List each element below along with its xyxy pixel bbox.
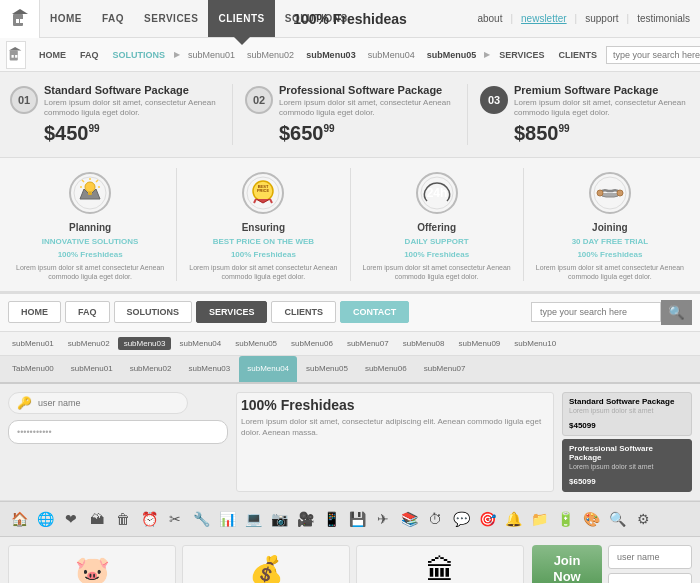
nav2-clients[interactable]: CLIENTS [554, 48, 603, 62]
nav1-testimonials[interactable]: testimonials [637, 13, 690, 24]
subnav3-07[interactable]: subMenu07 [341, 337, 395, 350]
subnav3-06[interactable]: subMenu06 [285, 337, 339, 350]
nav1-about[interactable]: about [477, 13, 502, 24]
icon-mountain[interactable]: 🏔 [86, 508, 108, 530]
tab-sub07[interactable]: subMenu07 [416, 356, 474, 382]
subnav3-08[interactable]: subMenu08 [397, 337, 451, 350]
feature-ensuring: BEST PRICE Ensuring BEST PRICE ON THE WE… [183, 168, 343, 281]
nav3-faq[interactable]: FAQ [65, 301, 110, 323]
feature-title-3: Offering [417, 222, 456, 233]
icon-wrench[interactable]: 🔧 [190, 508, 212, 530]
icon-home[interactable]: 🏠 [8, 508, 30, 530]
nav3-home[interactable]: HOME [8, 301, 61, 323]
subnav3-02[interactable]: subMenu02 [62, 337, 116, 350]
feature-subtitle-3: DAILY SUPPORT [405, 237, 469, 246]
logo-2[interactable] [6, 41, 26, 69]
feature-offering: 24h Offering DAILY SUPPORT 100% Freshide… [357, 168, 517, 281]
icon-book[interactable]: 📚 [398, 508, 420, 530]
feature-title-4: Joining [592, 222, 628, 233]
icon-chart[interactable]: 📊 [216, 508, 238, 530]
icon-laptop[interactable]: 💻 [242, 508, 264, 530]
icon-search[interactable]: 🔍 [606, 508, 628, 530]
nav1-services[interactable]: SERVICES [134, 0, 208, 37]
icon-folder[interactable]: 📁 [528, 508, 550, 530]
nav1-newsletter[interactable]: newsletter [521, 13, 567, 24]
icon-battery[interactable]: 🔋 [554, 508, 576, 530]
key-icon: 🔑 [17, 396, 32, 410]
subnav3-03[interactable]: subMenu03 [118, 337, 172, 350]
nav2-solutions[interactable]: SOLUTIONS [108, 48, 171, 62]
widget-desc: Lorem ipsum dolor sit amet, consectetur … [241, 416, 549, 438]
widget-password-input[interactable] [8, 420, 228, 444]
icon-bell[interactable]: 🔔 [502, 508, 524, 530]
nav2-faq[interactable]: FAQ [75, 48, 104, 62]
nav3-search-button[interactable]: 🔍 [661, 300, 692, 325]
nav3-contact[interactable]: CONTACT [340, 301, 409, 323]
icon-trash[interactable]: 🗑 [112, 508, 134, 530]
icon-camera[interactable]: 📷 [268, 508, 290, 530]
nav3-search-input[interactable] [531, 302, 661, 322]
subnav3-10[interactable]: subMenu10 [508, 337, 562, 350]
icon-target[interactable]: 🎯 [476, 508, 498, 530]
feature-subtitle-4: 30 DAY FREE TRIAL [572, 237, 648, 246]
join-username-input[interactable] [608, 545, 692, 569]
nav2-sub04[interactable]: subMenu04 [364, 48, 419, 62]
icon-clock[interactable]: ⏰ [138, 508, 160, 530]
tab-sub06[interactable]: subMenu06 [357, 356, 415, 382]
icon-video[interactable]: 🎥 [294, 508, 316, 530]
feature-desc-4: Lorem ipsum dolor sit amet consectetur A… [530, 263, 690, 281]
logo-1[interactable] [0, 0, 40, 38]
icon-timer[interactable]: ⏱ [424, 508, 446, 530]
pkg-card-professional: Professional Software Package Lorem ipsu… [562, 439, 692, 492]
icon-heart[interactable]: ❤ [60, 508, 82, 530]
icon-floppy[interactable]: 💾 [346, 508, 368, 530]
nav2-sub02[interactable]: subMenu02 [243, 48, 298, 62]
invest-icon: 🏛 [426, 554, 454, 583]
sep3: | [627, 13, 630, 24]
icon-phone[interactable]: 📱 [320, 508, 342, 530]
nav2-services[interactable]: SERVICES [494, 48, 549, 62]
feature-title-2: Ensuring [242, 222, 285, 233]
navbar-3: HOME FAQ SOLUTIONS SERVICES CLIENTS CONT… [0, 292, 700, 332]
subnav3-09[interactable]: subMenu09 [453, 337, 507, 350]
nav3-services[interactable]: SERVICES [196, 301, 267, 323]
subnav3-05[interactable]: subMenu05 [229, 337, 283, 350]
icon-gear[interactable]: ⚙ [632, 508, 654, 530]
subnav3-04[interactable]: subMenu04 [173, 337, 227, 350]
tab-sub03[interactable]: subMenu03 [180, 356, 238, 382]
nav2-search-input[interactable] [606, 46, 700, 64]
icon-scissors[interactable]: ✂ [164, 508, 186, 530]
tab-menu00[interactable]: TabMenu00 [4, 356, 62, 382]
nav1-clients[interactable]: CLIENTS [208, 0, 274, 37]
nav1-home[interactable]: HOME [40, 0, 92, 37]
navbar-1: HOME FAQ SERVICES CLIENTS SOLUTIONS 100%… [0, 0, 700, 38]
nav3-solutions[interactable]: SOLUTIONS [114, 301, 193, 323]
icon-chat[interactable]: 💬 [450, 508, 472, 530]
feature-planning: Planning INNOVATIVE SOLUTIONS 100% Fresh… [10, 168, 170, 281]
bottom-section: 🐷 SAVING MONEY Lorem ipsum dolor sit ame… [0, 537, 700, 583]
tab-sub05[interactable]: subMenu05 [298, 356, 356, 382]
icon-globe[interactable]: 🌐 [34, 508, 56, 530]
joining-icon [585, 168, 635, 218]
widget-username-input[interactable] [38, 398, 179, 408]
sep2: | [575, 13, 578, 24]
join-password-input[interactable] [608, 573, 692, 583]
pricing-title-3: Premium Software Package [514, 84, 690, 96]
tab-sub04[interactable]: subMenu04 [239, 356, 297, 382]
pricing-num-2: 02 [245, 86, 273, 114]
tab-sub01[interactable]: subMenu01 [63, 356, 121, 382]
nav1-faq[interactable]: FAQ [92, 0, 134, 37]
subnav3-01[interactable]: subMenu01 [6, 337, 60, 350]
pricing-price-2: $65099 [279, 122, 455, 145]
nav1-support[interactable]: support [585, 13, 618, 24]
pkg-card-standard: Standard Software Package Lorem ipsum do… [562, 392, 692, 436]
nav2-sub01[interactable]: subMenu01 [184, 48, 239, 62]
nav2-home[interactable]: HOME [34, 48, 71, 62]
tab-sub02[interactable]: subMenu02 [122, 356, 180, 382]
nav2-sub03[interactable]: subMenu03 [302, 48, 360, 62]
icon-palette[interactable]: 🎨 [580, 508, 602, 530]
icon-plane[interactable]: ✈ [372, 508, 394, 530]
nav3-clients[interactable]: CLIENTS [271, 301, 336, 323]
join-button[interactable]: Join Now [532, 545, 602, 583]
nav2-sub05[interactable]: subMenu05 [423, 48, 481, 62]
